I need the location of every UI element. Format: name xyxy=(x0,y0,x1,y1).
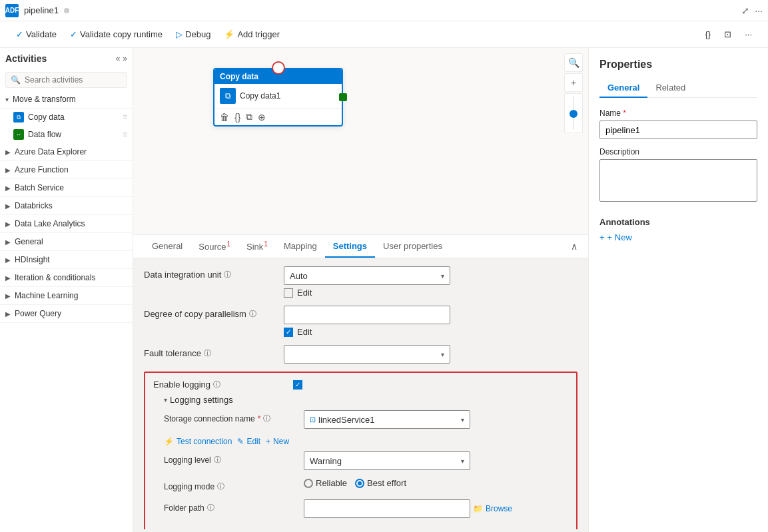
copy-card-icon[interactable]: ⧉ xyxy=(246,111,252,123)
data-integration-select[interactable]: Auto ▾ xyxy=(284,266,450,285)
section-header-data-lake-analytics[interactable]: ▶ Data Lake Analytics xyxy=(0,215,133,233)
props-tab-related[interactable]: Related xyxy=(647,79,693,98)
debug-button[interactable]: ▷ Debug xyxy=(171,27,216,42)
best-effort-radio-circle[interactable] xyxy=(355,479,364,488)
card-connector-right xyxy=(339,93,347,101)
best-effort-radio[interactable]: Best effort xyxy=(355,478,406,488)
sidebar-section-machine-learning[interactable]: ▶ Machine Learning xyxy=(0,287,133,305)
reliable-radio-circle[interactable] xyxy=(304,479,313,488)
section-header-batch-service[interactable]: ▶ Batch Service xyxy=(0,179,133,197)
tabs-close-icon[interactable]: ∧ xyxy=(571,241,577,252)
reliable-radio[interactable]: Reliable xyxy=(304,478,347,488)
section-label: HDInsight xyxy=(15,255,50,264)
card-connector-top xyxy=(272,61,285,75)
info-icon[interactable]: ⓘ xyxy=(224,270,231,280)
logging-level-row: Logging level ⓘ Warning ▾ xyxy=(164,451,568,470)
connect-card-icon[interactable]: ⊕ xyxy=(258,112,266,123)
test-connection-button[interactable]: ⚡ Test connection xyxy=(164,437,232,446)
top-bar-icons: ⤢ ··· xyxy=(741,5,763,16)
section-header-databricks[interactable]: ▶ Databricks xyxy=(0,197,133,215)
more-options-icon[interactable]: ··· xyxy=(755,5,763,16)
sidebar-section-data-lake-analytics[interactable]: ▶ Data Lake Analytics xyxy=(0,215,133,233)
enable-logging-checkbox[interactable] xyxy=(293,380,302,390)
info-icon[interactable]: ⓘ xyxy=(217,481,224,491)
app-logo: ADF xyxy=(5,4,19,17)
select-arrow-icon: ▾ xyxy=(441,272,444,280)
tab-sink[interactable]: Sink1 xyxy=(238,235,276,258)
sidebar-section-batch-service[interactable]: ▶ Batch Service xyxy=(0,179,133,197)
expand-icon[interactable]: » xyxy=(123,54,127,63)
sidebar-section-azure-data-explorer[interactable]: ▶ Azure Data Explorer xyxy=(0,143,133,161)
chevron-right-icon: ▶ xyxy=(5,292,11,300)
section-header-iteration-conditionals[interactable]: ▶ Iteration & conditionals xyxy=(0,269,133,287)
fault-tolerance-select[interactable]: ▾ xyxy=(284,345,450,364)
pipeline-canvas[interactable]: Copy data ⧉ Copy data1 🗑 {} ⧉ ⊕ 🔍 + xyxy=(133,48,588,234)
section-header-machine-learning[interactable]: ▶ Machine Learning xyxy=(0,287,133,305)
storage-connection-row: Storage connection name * ⓘ ⊡ linkedServ… xyxy=(164,410,568,429)
section-header-general[interactable]: ▶ General xyxy=(0,233,133,251)
props-tab-general[interactable]: General xyxy=(599,79,647,98)
section-header-power-query[interactable]: ▶ Power Query xyxy=(0,305,133,323)
info-icon[interactable]: ⓘ xyxy=(204,348,211,358)
canvas-zoom-in-button[interactable]: + xyxy=(564,73,583,92)
sidebar-section-azure-function[interactable]: ▶ Azure Function xyxy=(0,161,133,179)
name-input[interactable] xyxy=(599,121,757,139)
tab-user-properties[interactable]: User properties xyxy=(375,236,450,258)
sidebar-section-hdinsight[interactable]: ▶ HDInsight xyxy=(0,251,133,269)
section-header-move-transform[interactable]: ▾ Move & transform xyxy=(0,91,133,109)
slider-thumb[interactable] xyxy=(570,110,577,118)
logging-settings-title: ▾ Logging settings xyxy=(164,395,568,405)
edit-checkbox[interactable] xyxy=(284,288,293,298)
search-input[interactable] xyxy=(5,72,127,88)
tab-settings[interactable]: Settings xyxy=(325,236,375,258)
info-icon[interactable]: ⓘ xyxy=(214,455,221,465)
expand-icon[interactable]: ⤢ xyxy=(741,5,749,16)
toolbar: ✓ Validate ✓ Validate copy runtime ▷ Deb… xyxy=(0,21,768,48)
section-label: Batch Service xyxy=(15,183,64,192)
tab-source[interactable]: Source1 xyxy=(191,235,238,258)
code-card-icon[interactable]: {} xyxy=(234,112,240,123)
section-header-azure-function[interactable]: ▶ Azure Function xyxy=(0,161,133,179)
degree-edit-checkbox[interactable] xyxy=(284,328,293,337)
canvas-search-button[interactable]: 🔍 xyxy=(564,53,583,72)
source-badge: 1 xyxy=(226,240,230,248)
sidebar-section-power-query[interactable]: ▶ Power Query xyxy=(0,305,133,323)
logging-level-select[interactable]: Warning ▾ xyxy=(304,451,470,470)
section-label: General xyxy=(15,237,43,246)
add-trigger-button[interactable]: ⚡ Add trigger xyxy=(218,27,285,42)
copy-data-card[interactable]: Copy data ⧉ Copy data1 🗑 {} ⧉ ⊕ xyxy=(213,68,343,127)
sidebar-section-general[interactable]: ▶ General xyxy=(0,233,133,251)
info-icon[interactable]: ⓘ xyxy=(263,413,270,423)
tab-mapping[interactable]: Mapping xyxy=(276,236,325,258)
delete-card-icon[interactable]: 🗑 xyxy=(220,112,229,123)
sidebar-item-data-flow[interactable]: ↔ Data flow ⠿ xyxy=(0,126,133,143)
chevron-right-icon: ▶ xyxy=(5,220,11,228)
info-icon[interactable]: ⓘ xyxy=(207,503,214,513)
sidebar-item-copy-data[interactable]: ⧉ Copy data ⠿ xyxy=(0,109,133,126)
info-icon[interactable]: ⓘ xyxy=(249,309,256,319)
toolbar-more-button[interactable]: ··· xyxy=(739,27,757,42)
add-annotation-button[interactable]: + + New xyxy=(599,232,632,242)
canvas-toolbar: 🔍 + xyxy=(564,53,583,133)
info-icon[interactable]: ⓘ xyxy=(213,380,220,390)
section-header-azure-data-explorer[interactable]: ▶ Azure Data Explorer xyxy=(0,143,133,161)
tab-general[interactable]: General xyxy=(144,236,191,258)
canvas-zoom-slider[interactable] xyxy=(564,93,583,133)
sidebar-section-databricks[interactable]: ▶ Databricks xyxy=(0,197,133,215)
edit-linked-service-button[interactable]: ✎ Edit xyxy=(237,437,260,446)
description-textarea[interactable] xyxy=(599,159,757,202)
monitor-button[interactable]: ⊡ xyxy=(719,27,737,42)
sidebar-section-move-transform[interactable]: ▾ Move & transform ⧉ Copy data ⠿ ↔ Data … xyxy=(0,91,133,143)
chevron-right-icon: ▶ xyxy=(5,148,11,156)
degree-parallelism-input[interactable] xyxy=(284,306,450,324)
folder-path-input[interactable] xyxy=(304,499,470,518)
collapse-icon[interactable]: « xyxy=(116,54,121,63)
validate-copy-button[interactable]: ✓ Validate copy runtime xyxy=(65,27,168,42)
validate-button[interactable]: ✓ Validate xyxy=(11,27,62,42)
storage-connection-select[interactable]: ⊡ linkedService1 ▾ xyxy=(304,410,470,429)
sidebar-section-iteration-conditionals[interactable]: ▶ Iteration & conditionals xyxy=(0,269,133,287)
browse-button[interactable]: 📁 Browse xyxy=(473,504,512,513)
code-view-button[interactable]: {} xyxy=(699,27,716,42)
new-linked-service-button[interactable]: + New xyxy=(266,437,289,446)
section-header-hdinsight[interactable]: ▶ HDInsight xyxy=(0,251,133,269)
